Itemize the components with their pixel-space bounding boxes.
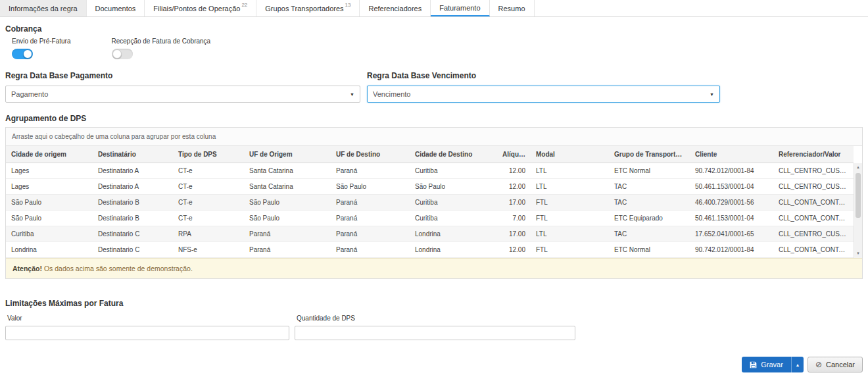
scrollbar-track[interactable]: [854, 172, 862, 249]
cancelar-button[interactable]: ⊘ Cancelar: [808, 357, 863, 372]
chevron-up-icon: ▲: [795, 363, 800, 367]
toggle-knob: [112, 49, 122, 59]
column-header[interactable]: Modal: [531, 146, 609, 163]
table-cell: LTL: [531, 163, 609, 178]
tab-count-badge: 13: [345, 2, 351, 8]
scroll-up-icon[interactable]: ▲: [854, 163, 862, 172]
valor-field-group: Valor: [5, 315, 289, 340]
vertical-scrollbar[interactable]: ▲ ▼: [854, 163, 862, 258]
column-header[interactable]: UF de Destino: [331, 146, 410, 163]
data-base-rules-row: Regra Data Base Pagamento Pagamento ▼ Re…: [5, 71, 863, 103]
column-header[interactable]: Cidade de Destino: [410, 146, 497, 163]
table-cell: São Paulo: [244, 195, 331, 210]
table-cell: TAC: [609, 195, 690, 210]
table-cell: Paraná: [331, 242, 410, 257]
toggle-knob: [23, 49, 32, 59]
regra-vencimento-heading: Regra Data Base Vencimento: [367, 71, 720, 80]
tab-resumo[interactable]: Resumo: [490, 0, 535, 16]
table-cell: São Paulo: [6, 211, 93, 226]
tab-faturamento[interactable]: Faturamento: [431, 0, 489, 16]
table-row[interactable]: São PauloDestinatario BCT-eSão PauloPara…: [6, 195, 854, 211]
table-row[interactable]: LondrinaDestinatario CNFS-eParanáParanáL…: [6, 242, 854, 258]
valor-label: Valor: [5, 315, 289, 322]
recepcao-fatura-group: Recepção de Fatura de Cobrança: [112, 38, 211, 59]
regra-vencimento-column: Regra Data Base Vencimento Vencimento ▼: [367, 71, 720, 103]
table-cell: São Paulo: [244, 211, 331, 226]
tab-informacoes-da-regra[interactable]: Informações da regra: [0, 0, 87, 16]
table-cell: CT-e: [173, 163, 244, 178]
vencimento-select-value: Vencimento: [373, 90, 410, 98]
tab-label: Informações da regra: [9, 5, 78, 13]
recepcao-fatura-toggle[interactable]: [112, 49, 133, 59]
table-cell: Curitiba: [410, 163, 497, 178]
table-cell: Paraná: [331, 211, 410, 226]
tab-documentos[interactable]: Documentos: [87, 0, 145, 16]
table-cell: 50.461.153/0001-04: [690, 211, 773, 226]
scroll-down-icon[interactable]: ▼: [854, 249, 862, 258]
column-header[interactable]: Alíquota: [497, 146, 531, 163]
table-cell: 17.00: [497, 226, 531, 242]
pagamento-select[interactable]: Pagamento ▼: [5, 86, 360, 103]
column-header[interactable]: Grupo de Transportador: [609, 146, 690, 163]
valor-input[interactable]: [5, 326, 289, 340]
table-cell: 17.652.041/0001-65: [690, 226, 773, 242]
regra-pagamento-column: Regra Data Base Pagamento Pagamento ▼: [5, 71, 360, 103]
table-cell: 90.742.012/0001-84: [690, 163, 773, 178]
chevron-down-icon: ▼: [350, 92, 354, 97]
table-cell: 46.400.729/0001-56: [690, 195, 773, 210]
table-cell: 12.00: [497, 163, 531, 178]
table-cell: 12.00: [497, 179, 531, 194]
table-cell: TAC: [609, 226, 690, 242]
table-row[interactable]: São PauloDestinatario BCT-eSão PauloPara…: [6, 211, 854, 226]
table-cell: Destinatario B: [93, 211, 173, 226]
envio-pre-fatura-group: Envio de Pré-Fatura: [12, 38, 71, 59]
table-cell: Curitiba: [6, 226, 93, 242]
tab-count-badge: 22: [241, 2, 247, 8]
gravar-dropup-toggle[interactable]: ▲: [791, 357, 804, 372]
table-cell: Londrina: [410, 226, 497, 242]
envio-pre-fatura-toggle[interactable]: [12, 49, 33, 59]
table-cell: CLL_CENTRO_CUSTO: TL_DIST: [773, 226, 854, 242]
scrollbar-thumb[interactable]: [856, 173, 861, 218]
table-cell: Destinatario B: [93, 195, 173, 210]
table-cell: LTL: [531, 179, 609, 194]
table-row[interactable]: LagesDestinatario ACT-eSanta CatarinaPar…: [6, 163, 854, 179]
quantidade-dps-input[interactable]: [295, 326, 575, 340]
limitacoes-heading: Limitações Máximas por Fatura: [5, 299, 863, 308]
gravar-button[interactable]: Gravar: [742, 357, 791, 372]
table-cell: CLL_CONTA_CONTABIL: DEPART_A: [773, 242, 854, 257]
table-cell: 7.00: [497, 211, 531, 226]
agrupamento-grid: Arraste aqui o cabeçalho de uma coluna p…: [5, 127, 863, 279]
tab-grupos-transportadores[interactable]: Grupos Transportadores13: [256, 0, 360, 16]
form-actions: Gravar ▲ ⊘ Cancelar: [742, 357, 863, 372]
table-cell: Lages: [6, 163, 93, 178]
tab-label: Documentos: [95, 5, 136, 13]
table-cell: Londrina: [410, 242, 497, 257]
pagamento-select-value: Pagamento: [11, 90, 48, 98]
column-header[interactable]: UF de Origem: [244, 146, 331, 163]
group-drop-zone[interactable]: Arraste aqui o cabeçalho de uma coluna p…: [6, 128, 862, 146]
tab-referenciadores[interactable]: Referenciadores: [360, 0, 431, 16]
tab-filiais-pontos-de-operacao[interactable]: Filiais/Pontos de Operação22: [145, 0, 256, 16]
column-header[interactable]: Tipo de DPS: [173, 146, 244, 163]
table-cell: Paraná: [331, 163, 410, 178]
table-cell: CLL_CONTA_CONTABIL: DEPART_B: [773, 211, 854, 226]
vencimento-select[interactable]: Vencimento ▼: [367, 86, 720, 103]
tab-label: Filiais/Pontos de Operação: [153, 5, 240, 13]
group-hint-text: Arraste aqui o cabeçalho de uma coluna p…: [12, 133, 216, 140]
table-cell: Paraná: [244, 226, 331, 242]
column-header[interactable]: Referenciador/Valor: [773, 146, 854, 163]
table-row[interactable]: LagesDestinatario ACT-eSanta CatarinaSão…: [6, 179, 854, 195]
gravar-split-button[interactable]: Gravar ▲: [742, 357, 804, 372]
table-cell: Destinatario A: [93, 163, 173, 178]
envio-pre-fatura-label: Envio de Pré-Fatura: [12, 38, 71, 45]
agrupamento-heading: Agrupamento de DPS: [5, 114, 863, 123]
column-header[interactable]: Cliente: [690, 146, 773, 163]
quantidade-dps-field-group: Quantidade de DPS: [295, 315, 575, 340]
column-header[interactable]: Cidade de origem: [6, 146, 93, 163]
column-header[interactable]: Destinatário: [93, 146, 173, 163]
table-cell: 50.461.153/0001-04: [690, 179, 773, 194]
table-cell: Santa Catarina: [244, 163, 331, 178]
table-cell: São Paulo: [331, 179, 410, 194]
table-row[interactable]: CuritibaDestinatario CRPAParanáParanáLon…: [6, 226, 854, 242]
